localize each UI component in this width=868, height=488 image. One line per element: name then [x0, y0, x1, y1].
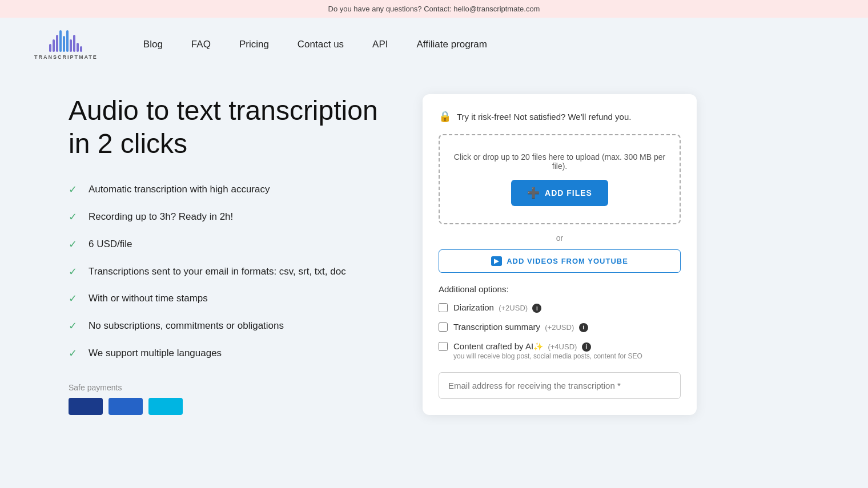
feature-item: ✓We support multiple languages	[69, 346, 388, 360]
feature-list: ✓Automatic transcription with high accur…	[69, 183, 388, 360]
options-title: Additional options:	[439, 284, 681, 294]
add-files-button[interactable]: ➕ ADD FILES	[511, 180, 608, 206]
or-divider: or	[439, 233, 681, 243]
feature-item: ✓Transcriptions sent to your email in fo…	[69, 265, 388, 279]
summary-checkbox[interactable]	[439, 322, 448, 332]
lock-icon: 🔒	[439, 110, 451, 123]
check-icon: ✓	[69, 238, 77, 251]
logo[interactable]: TRANSCRIPTMATE	[34, 29, 98, 60]
option-summary: Transcription summary (+2USD) i	[439, 321, 681, 333]
summary-info-icon[interactable]: i	[579, 323, 588, 332]
youtube-label: ADD VIDEOS FROM YOUTUBE	[507, 257, 628, 265]
safe-payments-label: Safe payments	[69, 383, 388, 392]
option-diarization: Diarization (+2USD) i	[439, 302, 681, 313]
payment-badge-amex	[148, 398, 183, 415]
feature-text: We support multiple languages	[89, 346, 222, 360]
additional-options: Additional options: Diarization (+2USD) …	[439, 284, 681, 361]
feature-item: ✓6 USD/file	[69, 237, 388, 251]
ai-content-label: Content crafted by AI✨ (+4USD) i you wil…	[453, 341, 642, 361]
nav-link-affiliate[interactable]: Affiliate program	[417, 39, 487, 50]
diarization-label: Diarization (+2USD) i	[453, 302, 541, 313]
nav-link-blog[interactable]: Blog	[143, 39, 163, 50]
logo-waves	[49, 29, 82, 52]
left-column: Audio to text transcription in 2 clicks …	[69, 94, 388, 415]
check-icon: ✓	[69, 211, 77, 223]
nav-link-contact[interactable]: Contact us	[298, 39, 344, 50]
feature-text: Automatic transcription with high accura…	[89, 183, 270, 196]
upload-panel: 🔒 Try it risk-free! Not satisfied? We'll…	[423, 94, 697, 415]
nav-link-api[interactable]: API	[372, 39, 388, 50]
add-files-label: ADD FILES	[545, 188, 592, 197]
main-content: Audio to text transcription in 2 clicks …	[0, 71, 868, 438]
payment-badge-mastercard	[108, 398, 143, 415]
check-icon: ✓	[69, 265, 77, 278]
email-input-container	[439, 372, 681, 399]
upload-hint: Click or drop up to 20 files here to upl…	[451, 152, 668, 171]
youtube-icon: ▶	[491, 256, 502, 266]
nav-links: BlogFAQPricingContact usAPIAffiliate pro…	[143, 39, 487, 50]
ai-content-checkbox[interactable]	[439, 342, 448, 351]
email-input[interactable]	[439, 372, 681, 399]
feature-item: ✓Recording up to 3h? Ready in 2h!	[69, 210, 388, 224]
upload-zone[interactable]: Click or drop up to 20 files here to upl…	[439, 134, 681, 224]
banner-text: Do you have any questions? Contact: hell…	[328, 5, 540, 13]
ai-info-icon[interactable]: i	[582, 342, 591, 352]
ai-content-sub: you will receive blog post, social media…	[453, 352, 642, 361]
plus-icon: ➕	[527, 187, 540, 199]
feature-text: Recording up to 3h? Ready in 2h!	[89, 210, 233, 224]
feature-text: No subscriptions, commitments or obligat…	[89, 319, 284, 333]
check-icon: ✓	[69, 183, 77, 196]
logo-text: TRANSCRIPTMATE	[34, 54, 98, 60]
check-icon: ✓	[69, 292, 77, 305]
nav-link-pricing[interactable]: Pricing	[239, 39, 269, 50]
feature-text: 6 USD/file	[89, 237, 132, 251]
risk-free-banner: 🔒 Try it risk-free! Not satisfied? We'll…	[439, 110, 681, 123]
navbar: TRANSCRIPTMATE BlogFAQPricingContact usA…	[0, 18, 868, 71]
nav-link-faq[interactable]: FAQ	[191, 39, 211, 50]
feature-text: With or without time stamps	[89, 292, 208, 305]
feature-item: ✓With or without time stamps	[69, 292, 388, 305]
feature-item: ✓Automatic transcription with high accur…	[69, 183, 388, 196]
feature-text: Transcriptions sent to your email in for…	[89, 265, 346, 279]
hero-title: Audio to text transcription in 2 clicks	[69, 94, 388, 160]
summary-label: Transcription summary (+2USD) i	[453, 321, 588, 333]
payment-badge-visa	[69, 398, 103, 415]
check-icon: ✓	[69, 347, 77, 360]
check-icon: ✓	[69, 320, 77, 332]
diarization-info-icon[interactable]: i	[532, 304, 541, 313]
youtube-button[interactable]: ▶ ADD VIDEOS FROM YOUTUBE	[439, 249, 681, 273]
risk-free-text: Try it risk-free! Not satisfied? We'll r…	[457, 112, 631, 122]
diarization-checkbox[interactable]	[439, 303, 448, 312]
feature-item: ✓No subscriptions, commitments or obliga…	[69, 319, 388, 333]
sparkle-icon: ✨	[533, 342, 543, 351]
payment-badges	[69, 398, 388, 415]
top-banner: Do you have any questions? Contact: hell…	[0, 0, 868, 18]
option-ai-content: Content crafted by AI✨ (+4USD) i you wil…	[439, 341, 681, 361]
